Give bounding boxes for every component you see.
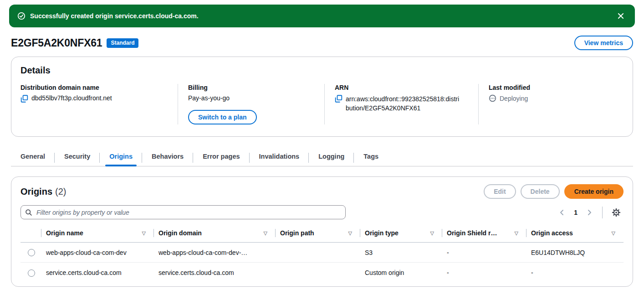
details-last-modified-column: Last modified Deploying	[478, 84, 624, 124]
flashbar-message: Successfully created origin service.cert…	[30, 12, 615, 20]
tab-invalidations[interactable]: Invalidations	[250, 149, 309, 166]
page-header: E2GF5A2K0NFX61 Standard View metrics	[11, 36, 633, 50]
chevron-left-icon[interactable]	[556, 207, 568, 218]
origin-type-cell: Custom origin	[365, 269, 438, 276]
details-card: Details Distribution domain name dbd55lb…	[11, 57, 633, 137]
status-badge: Standard	[107, 38, 138, 48]
page-number[interactable]: 1	[571, 209, 580, 216]
switch-to-plan-button[interactable]: Switch to a plan	[188, 110, 257, 124]
domain-value: dbd55lbv7ft3p.cloudfront.net	[31, 94, 112, 102]
caret-down-icon[interactable]: ▽	[264, 230, 267, 236]
tab-behaviors[interactable]: Behaviors	[142, 149, 193, 166]
tab-error-pages[interactable]: Error pages	[193, 149, 249, 166]
view-metrics-button[interactable]: View metrics	[574, 36, 633, 50]
column-header-origin-shield[interactable]: Origin Shield r…▽	[442, 225, 526, 243]
chevron-right-icon[interactable]	[583, 207, 596, 218]
column-header-origin-path[interactable]: Origin path▽	[276, 225, 360, 243]
origins-count: (2)	[55, 186, 66, 197]
tab-tags[interactable]: Tags	[354, 149, 388, 166]
billing-label: Billing	[188, 84, 314, 91]
origin-shield-cell: -	[447, 269, 522, 276]
last-modified-label: Last modified	[489, 84, 613, 91]
edit-button[interactable]: Edit	[484, 184, 516, 199]
row-radio-button[interactable]	[28, 249, 35, 256]
caret-down-icon[interactable]: ▽	[348, 230, 352, 236]
column-header-origin-name[interactable]: Origin name▽	[41, 225, 154, 243]
tab-logging[interactable]: Logging	[309, 149, 354, 166]
origin-domain-cell: web-apps-cloud-ca-com-dev-…	[158, 249, 271, 256]
pagination: 1	[556, 206, 624, 219]
tab-security[interactable]: Security	[55, 149, 100, 166]
caret-down-icon[interactable]: ▽	[612, 230, 615, 236]
billing-value: Pay-as-you-go	[188, 94, 230, 102]
page-title: E2GF5A2K0NFX61	[11, 37, 102, 49]
table-row: service.certs.cloud-ca.com service.certs…	[20, 263, 624, 283]
check-circle-icon	[17, 12, 26, 20]
details-heading: Details	[20, 65, 624, 76]
tab-general[interactable]: General	[11, 149, 55, 166]
tab-origins[interactable]: Origins	[100, 149, 142, 166]
create-origin-button[interactable]: Create origin	[564, 184, 624, 199]
row-radio-button[interactable]	[28, 269, 35, 277]
origin-access-cell: -	[531, 269, 619, 276]
close-icon[interactable]	[615, 10, 627, 22]
column-header-origin-access[interactable]: Origin access▽	[526, 225, 624, 243]
origins-table: Origin name▽ Origin domain▽ Origin path▽…	[20, 225, 624, 283]
origins-card: Origins (2) Edit Delete Create origin 1	[11, 176, 633, 287]
origin-access-cell: E6U14DTWH8LJQ	[531, 249, 619, 256]
details-billing-column: Billing Pay-as-you-go Switch to a plan	[178, 84, 324, 124]
gear-icon[interactable]	[609, 206, 624, 219]
table-header-row: Origin name▽ Origin domain▽ Origin path▽…	[20, 225, 624, 243]
origin-name-cell: web-apps-cloud-ca-com-dev	[46, 249, 149, 256]
in-progress-icon	[489, 94, 496, 102]
tab-strip: General Security Origins Behaviors Error…	[11, 149, 633, 166]
details-domain-column: Distribution domain name dbd55lbv7ft3p.c…	[20, 84, 178, 124]
caret-down-icon[interactable]: ▽	[142, 230, 146, 236]
copy-icon[interactable]	[335, 95, 342, 104]
origin-type-cell: S3	[365, 249, 438, 256]
caret-down-icon[interactable]: ▽	[515, 230, 518, 236]
last-modified-value: Deploying	[500, 95, 528, 102]
arn-value: arn:aws:cloudfront::992382525818:distrib…	[346, 94, 460, 113]
delete-button[interactable]: Delete	[521, 184, 560, 199]
domain-label: Distribution domain name	[20, 84, 168, 91]
success-flashbar: Successfully created origin service.cert…	[9, 5, 635, 27]
origin-domain-cell: service.certs.cloud-ca.com	[158, 269, 271, 276]
origin-shield-cell: -	[447, 249, 522, 256]
origin-name-cell: service.certs.cloud-ca.com	[46, 269, 149, 276]
copy-icon[interactable]	[20, 95, 28, 104]
filter-origins-input[interactable]	[20, 205, 346, 219]
column-header-origin-domain[interactable]: Origin domain▽	[154, 225, 276, 243]
column-header-origin-type[interactable]: Origin type▽	[360, 225, 442, 243]
filter-field	[20, 205, 346, 219]
details-arn-column: ARN arn:aws:cloudfront::992382525818:dis…	[324, 84, 478, 124]
origins-heading: Origins	[20, 186, 52, 197]
selection-column-header	[20, 225, 41, 243]
caret-down-icon[interactable]: ▽	[430, 230, 434, 236]
table-row: web-apps-cloud-ca-com-dev web-apps-cloud…	[20, 243, 624, 263]
arn-label: ARN	[335, 84, 468, 91]
